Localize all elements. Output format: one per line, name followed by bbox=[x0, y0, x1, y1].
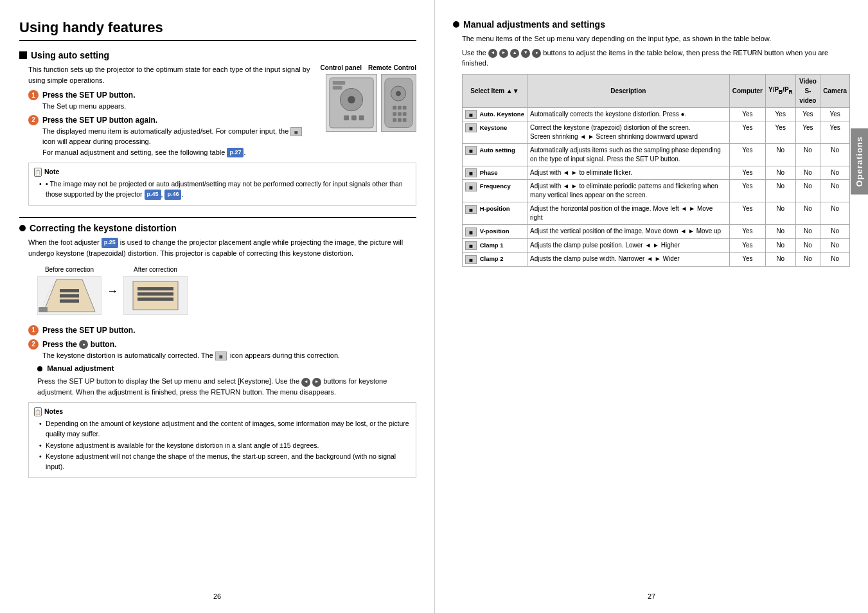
table-row: ▦ Clamp 2Adjusts the clamp pulse width. … bbox=[463, 253, 850, 266]
keystone-intro: When the foot adjuster p.25 is used to c… bbox=[28, 237, 416, 258]
left-page-num: 26 bbox=[213, 592, 221, 600]
svg-rect-13 bbox=[403, 106, 407, 110]
table-cell-video_svideo-3: No bbox=[795, 166, 820, 179]
svg-rect-3 bbox=[344, 116, 349, 121]
table-cell-item-2: ▦ Auto setting bbox=[463, 143, 527, 166]
btn-left: ◄ bbox=[488, 49, 497, 58]
note-box-1: 📋 Note • The image may not be projected … bbox=[28, 163, 416, 205]
table-cell-computer-4: Yes bbox=[729, 180, 765, 202]
remote-control-label: Remote Control bbox=[368, 64, 416, 71]
btn-down: ▼ bbox=[521, 49, 530, 58]
table-cell-computer-6: Yes bbox=[729, 225, 765, 238]
svg-rect-5 bbox=[359, 116, 364, 121]
table-cell-desc-6: Adjust the vertical position of the imag… bbox=[527, 225, 729, 238]
correction-processing-icon: ▦ bbox=[215, 351, 227, 360]
section-keystone-heading: Correcting the keystone distortion bbox=[19, 223, 416, 233]
svg-rect-14 bbox=[393, 112, 396, 116]
svg-rect-4 bbox=[351, 116, 357, 121]
svg-rect-18 bbox=[398, 118, 402, 122]
btn-right: ► bbox=[499, 49, 508, 58]
before-correction: Before correction bbox=[37, 265, 102, 318]
step2-k-desc: The keystone distortion is automatically… bbox=[42, 350, 416, 361]
step1-k-num: 1 bbox=[28, 325, 39, 335]
table-cell-desc-4: Adjust with ◄ ► to eliminate periodic pa… bbox=[527, 180, 729, 202]
table-cell-y_pb_pr-7: No bbox=[765, 238, 795, 252]
note-2-item-1: Depending on the amount of keystone adju… bbox=[39, 419, 411, 440]
control-panel-svg bbox=[326, 74, 377, 132]
circle-icon-manual-right bbox=[453, 21, 459, 28]
svg-rect-17 bbox=[393, 118, 396, 122]
table-cell-desc-7: Adjusts the clamp pulse position. Lower … bbox=[527, 238, 729, 252]
svg-rect-22 bbox=[60, 289, 79, 292]
table-cell-item-8: ▦ Clamp 2 bbox=[463, 253, 527, 266]
circle-icon-keystone bbox=[19, 225, 26, 231]
table-item-icon-5: ▦ bbox=[465, 205, 477, 214]
svg-rect-31 bbox=[137, 298, 173, 301]
table-cell-video_svideo-0: Yes bbox=[795, 107, 820, 121]
table-cell-item-4: ▦ Frequency bbox=[463, 180, 527, 202]
th-computer: Computer bbox=[729, 74, 765, 107]
note-2-item-3: Keystone adjustment will not change the … bbox=[39, 452, 411, 472]
table-cell-video_svideo-7: No bbox=[795, 238, 820, 252]
table-cell-y_pb_pr-4: No bbox=[765, 180, 795, 202]
table-item-icon-0: ▦ bbox=[465, 110, 477, 119]
note-2-item-2: Keystone adjustment is available for the… bbox=[39, 441, 411, 451]
table-cell-computer-0: Yes bbox=[729, 107, 765, 121]
svg-point-2 bbox=[348, 96, 355, 103]
right-btn-icon: ► bbox=[312, 378, 321, 387]
after-label: After correction bbox=[123, 265, 188, 274]
step1-desc: The Set up menu appears. bbox=[42, 101, 314, 112]
after-correction-svg bbox=[123, 276, 188, 315]
circle-btn-icon: ● bbox=[79, 340, 88, 349]
section-manual-heading: Manual adjustments and settings bbox=[453, 19, 850, 30]
page-ref-45: p.45 bbox=[145, 190, 161, 200]
table-cell-desc-8: Adjusts the clamp pulse width. Narrower … bbox=[527, 253, 729, 266]
table-item-icon-7: ▦ bbox=[465, 241, 477, 250]
remote-control-svg bbox=[381, 74, 416, 132]
control-panel-float: Control panel Remote Control bbox=[321, 64, 416, 132]
table-cell-computer-7: Yes bbox=[729, 238, 765, 252]
step2-k-num: 2 bbox=[28, 339, 39, 350]
step2-auto: 2 Press the SET UP button again. The dis… bbox=[28, 114, 314, 158]
table-cell-y_pb_pr-2: No bbox=[765, 143, 795, 166]
manual-adj-heading: Manual adjustment bbox=[37, 363, 416, 374]
operations-tab: Operations bbox=[851, 129, 868, 195]
svg-rect-7 bbox=[333, 86, 342, 90]
svg-rect-19 bbox=[403, 118, 407, 122]
step1-num: 1 bbox=[28, 90, 39, 100]
note-box-2: 📋 Notes Depending on the amount of keyst… bbox=[28, 402, 416, 478]
table-cell-video_svideo-8: No bbox=[795, 253, 820, 266]
correction-arrow: → bbox=[107, 283, 118, 300]
table-cell-desc-5: Adjust the horizontal position of the im… bbox=[527, 202, 729, 225]
notes-list: Depending on the amount of keystone adju… bbox=[34, 419, 411, 472]
notes-heading: 📋 Notes bbox=[34, 407, 411, 417]
table-cell-item-3: ▦ Phase bbox=[463, 166, 527, 179]
table-row: ▦ V-positionAdjust the vertical position… bbox=[463, 225, 850, 238]
table-cell-computer-3: Yes bbox=[729, 166, 765, 179]
table-cell-camera-3: No bbox=[820, 166, 850, 179]
processing-icon: ▦ bbox=[290, 127, 302, 136]
table-cell-y_pb_pr-0: Yes bbox=[765, 107, 795, 121]
table-row: ▦ PhaseAdjust with ◄ ► to eliminate flic… bbox=[463, 166, 850, 179]
manual-adj-section: Manual adjustment Press the SET UP butto… bbox=[37, 363, 416, 397]
btn-ok: ● bbox=[532, 49, 541, 58]
table-item-icon-2: ▦ bbox=[465, 146, 477, 155]
svg-rect-11 bbox=[393, 106, 396, 110]
manual-settings-body: The menu items of the Set up menu vary d… bbox=[453, 33, 850, 267]
step1-keystone: 1 Press the SET UP button. bbox=[28, 324, 416, 336]
table-cell-computer-2: Yes bbox=[729, 143, 765, 166]
table-item-icon-6: ▦ bbox=[465, 227, 477, 236]
keystone-body: When the foot adjuster p.25 is used to c… bbox=[19, 237, 416, 478]
table-cell-computer-8: Yes bbox=[729, 253, 765, 266]
table-cell-item-1: ▦ Keystone bbox=[463, 121, 527, 143]
th-description: Description bbox=[527, 74, 729, 107]
right-page: Operations Manual adjustments and settin… bbox=[435, 0, 868, 613]
table-row: ▦ FrequencyAdjust with ◄ ► to eliminate … bbox=[463, 180, 850, 202]
circle-icon-manual bbox=[37, 366, 42, 371]
table-cell-y_pb_pr-6: No bbox=[765, 225, 795, 238]
after-correction: After correction bbox=[123, 265, 188, 318]
table-cell-desc-1: Correct the keystone (trapezoid) distort… bbox=[527, 121, 729, 143]
divider-1 bbox=[19, 217, 416, 218]
step1-auto: 1 Press the SET UP button. The Set up me… bbox=[28, 89, 314, 112]
manual-settings-intro: The menu items of the Set up menu vary d… bbox=[462, 33, 850, 44]
